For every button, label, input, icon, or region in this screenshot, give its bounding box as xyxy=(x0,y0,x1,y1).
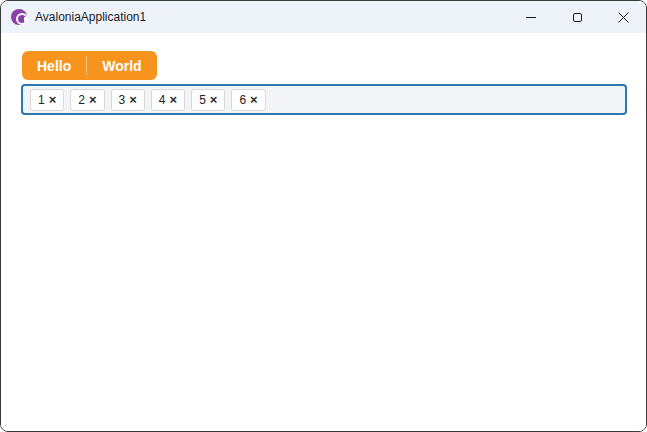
tab-world[interactable]: World xyxy=(87,51,156,80)
tab-hello-label: Hello xyxy=(37,58,71,74)
chip-label: 2 xyxy=(78,94,85,106)
window-content: Hello World 1 × 2 × 3 × 4 × xyxy=(1,33,646,431)
chip-item: 3 × xyxy=(111,89,145,111)
minimize-icon xyxy=(526,17,536,18)
window-title: AvaloniaApplication1 xyxy=(35,10,146,24)
chip-label: 4 xyxy=(159,94,166,106)
chip-item: 1 × xyxy=(30,89,64,111)
close-icon xyxy=(618,12,629,23)
chip-item: 4 × xyxy=(151,89,185,111)
minimize-button[interactable] xyxy=(508,1,554,33)
chip-remove-icon[interactable]: × xyxy=(250,93,258,106)
tab-world-label: World xyxy=(102,58,141,74)
avalonia-logo-icon xyxy=(11,9,27,25)
maximize-button[interactable] xyxy=(554,1,600,33)
app-window: AvaloniaApplication1 Hello World xyxy=(0,0,647,432)
chip-input-box[interactable]: 1 × 2 × 3 × 4 × 5 × 6 × xyxy=(21,84,627,115)
chip-label: 1 xyxy=(38,94,45,106)
chip-label: 6 xyxy=(239,94,246,106)
chip-label: 5 xyxy=(199,94,206,106)
chip-remove-icon[interactable]: × xyxy=(89,93,97,106)
maximize-icon xyxy=(573,13,582,22)
chip-item: 2 × xyxy=(70,89,104,111)
chip-remove-icon[interactable]: × xyxy=(49,93,57,106)
chip-remove-icon[interactable]: × xyxy=(210,93,218,106)
chip-remove-icon[interactable]: × xyxy=(129,93,137,106)
tab-hello[interactable]: Hello xyxy=(22,51,86,80)
chip-item: 6 × xyxy=(231,89,265,111)
chip-remove-icon[interactable]: × xyxy=(170,93,178,106)
chip-item: 5 × xyxy=(191,89,225,111)
caption-buttons xyxy=(508,1,646,33)
tab-strip: Hello World xyxy=(22,51,157,80)
chip-label: 3 xyxy=(119,94,126,106)
close-button[interactable] xyxy=(600,1,646,33)
title-bar[interactable]: AvaloniaApplication1 xyxy=(1,1,646,33)
